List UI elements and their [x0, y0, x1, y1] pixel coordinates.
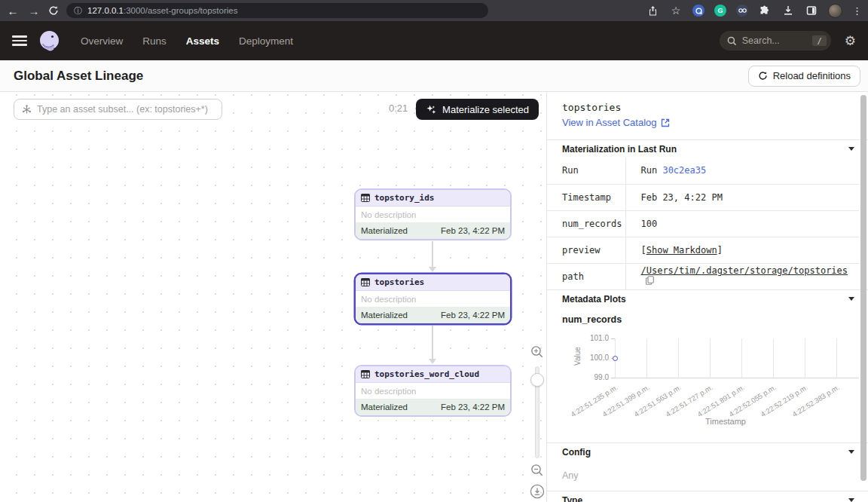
external-link-icon — [661, 118, 670, 127]
asset-node-topstories[interactable]: topstories No description Materialized F… — [354, 273, 512, 325]
hamburger-menu-icon[interactable] — [12, 35, 27, 46]
edge-1-arrowhead — [429, 267, 436, 272]
section-materialization-last-run[interactable]: Materialization in Last Run — [547, 139, 868, 158]
refresh-icon — [758, 71, 768, 81]
table-row: Run Run 30c2ea35 — [547, 158, 859, 184]
panel-scrollbar[interactable] — [860, 95, 866, 481]
browser-back-icon[interactable]: ← — [6, 5, 20, 17]
nav-item-deployment[interactable]: Deployment — [239, 35, 293, 47]
asset-node-description: No description — [356, 207, 510, 222]
asset-details-panel: topstories View in Asset Catalog Materia… — [547, 92, 868, 502]
num-records-chart: Value 101.0 100.0 99.0 4:22:51.235 p.m. … — [547, 328, 868, 442]
chevron-down-icon[interactable] — [848, 450, 854, 454]
table-icon — [361, 278, 370, 286]
zoom-to-fit-icon[interactable] — [530, 484, 545, 502]
asset-graph-icon — [22, 105, 32, 115]
materialize-selected-button[interactable]: Materialize selected — [416, 99, 539, 120]
lineage-graph-canvas[interactable]: 0:21 Materialize selected topstory_ids N… — [0, 92, 547, 502]
edge-2-arrowhead — [429, 359, 436, 364]
table-icon — [361, 194, 370, 202]
y-tick: 100.0 — [579, 354, 609, 363]
nav-item-assets[interactable]: Assets — [186, 35, 219, 47]
asset-node-timestamp: Feb 23, 4:22 PM — [441, 403, 505, 412]
asset-node-name: topstories — [374, 277, 424, 287]
section-metadata-plots[interactable]: Metadata Plots — [547, 289, 868, 308]
path-link[interactable]: /Users/tim/.dagster/storage/topstories — [641, 265, 848, 276]
url-text: 127.0.0.1:3000/asset-groups/topstories — [87, 6, 237, 15]
browser-forward-icon[interactable]: → — [27, 5, 41, 17]
show-markdown-link[interactable]: Show Markdown — [646, 245, 717, 256]
chevron-down-icon[interactable] — [848, 147, 854, 151]
goggles-extension-icon[interactable] — [736, 5, 748, 17]
grammarly-icon[interactable]: G — [714, 5, 726, 17]
asset-node-status: Materialized — [361, 226, 408, 235]
nav-item-overview[interactable]: Overview — [81, 35, 123, 47]
asset-node-topstory-ids[interactable]: topstory_ids No description Materialized… — [354, 188, 512, 240]
address-bar[interactable]: ⓘ 127.0.0.1:3000/asset-groups/topstories — [66, 3, 488, 18]
zoom-in-icon[interactable] — [530, 345, 544, 362]
dagster-logo[interactable] — [38, 29, 61, 53]
reload-definitions-button[interactable]: Reload definitions — [748, 66, 860, 87]
row-label: preview — [547, 237, 625, 263]
asset-node-name: topstories_word_cloud — [374, 369, 479, 379]
extension-blue-icon[interactable] — [692, 5, 704, 17]
page-header: Global Asset Lineage Reload definitions — [0, 60, 868, 92]
browser-toolbar: ← → ⓘ 127.0.0.1:3000/asset-groups/topsto… — [0, 0, 868, 21]
extensions-puzzle-icon[interactable] — [758, 4, 772, 17]
side-panel-icon[interactable] — [805, 4, 818, 17]
selected-asset-name: topstories — [562, 102, 853, 113]
row-label: Timestamp — [547, 184, 625, 210]
row-value: 100 — [625, 210, 859, 237]
row-value: [Show Markdown] — [625, 237, 859, 263]
site-info-icon[interactable]: ⓘ — [74, 7, 82, 15]
row-label: path — [547, 263, 625, 289]
table-row: preview [Show Markdown] — [547, 237, 859, 263]
row-value: Run 30c2ea35 — [625, 158, 859, 184]
bookmark-star-icon[interactable]: ☆ — [669, 4, 683, 17]
asset-node-topstories-word-cloud[interactable]: topstories_word_cloud No description Mat… — [354, 365, 512, 417]
settings-gear-icon[interactable]: ⚙ — [845, 33, 856, 48]
row-value: /Users/tim/.dagster/storage/topstories — [625, 263, 859, 289]
global-search-input[interactable]: Search... / — [720, 31, 831, 51]
row-label: num_records — [547, 210, 625, 237]
section-type[interactable]: Type — [547, 491, 868, 502]
chart-x-axis — [615, 378, 859, 378]
browser-menu-icon[interactable]: ⋮ — [852, 5, 862, 17]
run-id-link[interactable]: 30c2ea35 — [662, 165, 706, 176]
data-point[interactable] — [613, 356, 618, 361]
downloads-icon[interactable] — [781, 4, 795, 17]
nav-item-runs[interactable]: Runs — [142, 35, 167, 47]
chevron-down-icon[interactable] — [848, 498, 854, 502]
y-tick: 101.0 — [579, 334, 609, 343]
table-row: num_records 100 — [547, 210, 859, 237]
chevron-down-icon[interactable] — [848, 297, 854, 301]
asset-node-description: No description — [356, 291, 510, 307]
row-value: Feb 23, 4:22 PM — [625, 184, 859, 210]
share-icon[interactable] — [646, 4, 659, 17]
row-label: Run — [547, 158, 625, 184]
chart-x-axis-label: Timestamp — [615, 417, 836, 426]
page-title: Global Asset Lineage — [14, 69, 143, 84]
sparkle-icon — [426, 104, 437, 115]
profile-avatar[interactable] — [828, 4, 842, 18]
search-placeholder: Search... — [742, 35, 808, 46]
asset-node-status: Materialized — [361, 403, 408, 412]
view-in-asset-catalog-link[interactable]: View in Asset Catalog — [562, 117, 670, 128]
section-config[interactable]: Config — [547, 442, 868, 461]
search-icon — [727, 36, 737, 46]
table-row: Timestamp Feb 23, 4:22 PM — [547, 184, 859, 210]
copy-icon[interactable] — [646, 277, 654, 287]
asset-node-description: No description — [356, 383, 510, 399]
asset-node-name: topstory_ids — [374, 193, 434, 203]
asset-subset-filter[interactable] — [14, 99, 222, 120]
asset-node-status: Materialized — [361, 311, 408, 320]
edge-1 — [432, 241, 433, 267]
timer-value: 0:21 — [389, 103, 408, 114]
plot-title: num_records — [562, 314, 868, 326]
asset-subset-input[interactable] — [37, 104, 214, 115]
zoom-out-icon[interactable] — [530, 464, 544, 480]
browser-reload-icon[interactable] — [48, 5, 59, 16]
edge-2 — [432, 326, 433, 359]
zoom-slider-thumb[interactable] — [530, 373, 544, 387]
asset-node-timestamp: Feb 23, 4:22 PM — [441, 226, 505, 235]
